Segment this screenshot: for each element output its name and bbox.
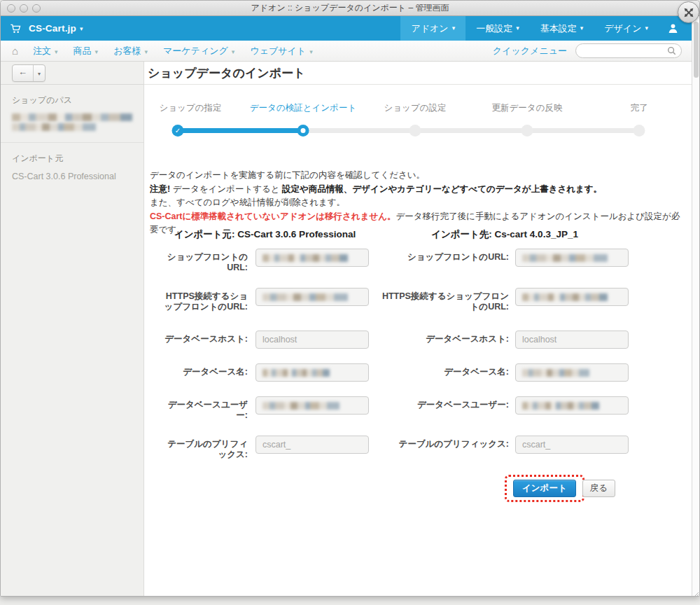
import-source-label: インポート元 — [12, 153, 132, 165]
step-label-4: 更新データの反映 — [492, 102, 563, 114]
redacted-value — [522, 369, 589, 377]
vertical-scrollbar[interactable] — [692, 16, 699, 596]
back-button[interactable]: ← — [13, 65, 33, 81]
nav-item-products[interactable]: 商品 — [66, 45, 106, 57]
redacted-value — [522, 254, 608, 262]
resize-grip[interactable] — [692, 588, 699, 595]
form-row-table-prefix: テーブルのプリフィックス: cscart_ テーブルのプリフィックス: csca… — [150, 436, 686, 460]
step-dot-done: ✓ — [172, 125, 184, 137]
form-row-https-url: HTTPS接続するショップフロントのURL: HTTPS接続するショップフロント… — [150, 288, 686, 312]
back-split-button: ← ▾ — [12, 64, 46, 82]
page-title: ショップデータのインポート — [148, 65, 305, 81]
nav-item-general-settings[interactable]: 一般設定 — [465, 16, 530, 41]
back-dropdown-caret[interactable]: ▾ — [33, 65, 45, 81]
window-titlebar: アドオン :: ショップデータのインポート – 管理画面 — [1, 1, 699, 16]
step-dot-current — [298, 125, 309, 137]
progress-track — [172, 128, 639, 133]
nav-item-design[interactable]: デザイン — [594, 16, 659, 41]
search-box — [575, 43, 682, 58]
form-row-storefront-url: ショップフロントのURL: ショップフロントのURL: — [150, 249, 686, 273]
target-heading: インポート先: Cs-cart 4.0.3_JP_1 — [381, 228, 629, 241]
shop-path-section: ショップのパス — [1, 85, 144, 143]
step-label-5: 完了 — [631, 102, 648, 114]
redacted-value — [262, 369, 330, 377]
expand-arrows-icon — [682, 6, 695, 19]
nav-item-website[interactable]: ウェブサイト — [242, 45, 320, 57]
notice-line-3: また、すべてのログや統計情報が削除されます。 — [150, 196, 682, 210]
notice-line-2: 注意! データをインポートすると 設定や商品情報、デザインやカテゴリーなどすべて… — [150, 183, 682, 197]
redacted-value — [262, 293, 348, 301]
wizard-progress: ショップの指定 データの検証とインポート ショップの設定 更新データの反映 完了… — [150, 100, 686, 144]
progress-done-segment — [172, 128, 302, 133]
form-row-db-host: データベースホスト: localhost データベースホスト: localhos… — [150, 331, 686, 349]
redacted-value — [522, 293, 608, 301]
nav-item-marketing[interactable]: マーケティング — [155, 45, 242, 57]
shop-path-redacted — [12, 113, 132, 121]
shop-path-redacted-2 — [12, 123, 96, 131]
source-https-url-field[interactable] — [255, 288, 369, 306]
notice-line-1: データのインポートを実施する前に下記の内容を確認してください。 — [150, 169, 682, 183]
scrollbar-thumb[interactable] — [694, 22, 699, 78]
target-db-user-field[interactable] — [515, 396, 629, 415]
step-label-3: ショップの設定 — [384, 102, 447, 114]
redacted-value — [522, 402, 599, 410]
form-row-db-user: データベースユーザー: データベースユーザー: — [150, 396, 686, 421]
annotation-highlight-box: インポート — [505, 475, 584, 502]
form-row-db-name: データベース名: データベース名: — [150, 363, 686, 382]
step-label-1: ショップの指定 — [160, 102, 222, 114]
import-source-section: インポート元 CS-Cart 3.0.6 Professional — [1, 143, 144, 193]
source-db-host-field[interactable]: localhost — [255, 331, 369, 349]
source-heading: インポート元: CS-Cart 3.0.6 Professional — [161, 228, 369, 241]
secondary-nav: ⌂ 注文 商品 お客様 マーケティング ウェブサイト クイックメニュー — [1, 41, 692, 62]
nav-item-addons[interactable]: アドオン — [400, 16, 465, 41]
target-db-name-field[interactable] — [515, 363, 629, 382]
redacted-value — [262, 402, 340, 410]
quick-menu-link[interactable]: クイックメニュー — [493, 45, 567, 57]
nav-item-basic-settings[interactable]: 基本設定 — [530, 16, 594, 41]
search-icon[interactable] — [667, 46, 676, 57]
target-db-host-field[interactable]: localhost — [515, 331, 629, 349]
nav-item-orders[interactable]: 注文 — [25, 45, 66, 57]
user-icon — [667, 22, 679, 34]
target-table-prefix-field[interactable]: cscart_ — [515, 436, 629, 454]
target-storefront-url-field[interactable] — [515, 249, 629, 267]
step-dot-pending-1 — [410, 125, 421, 137]
import-button[interactable]: インポート — [513, 480, 576, 497]
step-dot-pending-2 — [522, 125, 533, 137]
source-storefront-url-field[interactable] — [255, 249, 369, 267]
back-button-form[interactable]: 戻る — [582, 480, 615, 497]
expand-badge[interactable] — [678, 1, 699, 23]
import-notice: データのインポートを実施する前に下記の内容を確認してください。 注意! データを… — [150, 169, 682, 237]
home-icon[interactable]: ⌂ — [12, 45, 18, 57]
browser-window: アドオン :: ショップデータのインポート – 管理画面 CS-Cart.jp … — [0, 0, 700, 597]
source-table-prefix-field[interactable]: cscart_ — [255, 436, 369, 454]
step-label-2: データの検証とインポート — [250, 102, 356, 114]
redacted-value — [262, 254, 348, 262]
nav-item-customers[interactable]: お客様 — [106, 45, 155, 57]
main-content: ショップデータのインポート ショップの指定 データの検証とインポート ショップの… — [144, 62, 692, 596]
search-input[interactable] — [575, 43, 682, 58]
window-title: アドオン :: ショップデータのインポート – 管理画面 — [1, 2, 699, 14]
import-source-value: CS-Cart 3.0.6 Professional — [12, 172, 132, 181]
admin-navbar: CS-Cart.jp アドオン 一般設定 基本設定 デザイン — [1, 16, 692, 41]
import-form: インポート元: CS-Cart 3.0.6 Professional インポート… — [150, 228, 686, 502]
shop-path-label: ショップのパス — [12, 95, 132, 106]
source-db-name-field[interactable] — [255, 363, 369, 382]
source-db-user-field[interactable] — [255, 396, 369, 415]
sidebar: ← ▾ ショップのパス インポート元 CS-Cart 3.0.6 Profess… — [1, 62, 144, 596]
brand-menu[interactable]: CS-Cart.jp — [29, 23, 83, 34]
step-dot-pending-3 — [634, 125, 645, 137]
target-https-url-field[interactable] — [515, 288, 629, 306]
cart-icon — [10, 23, 22, 34]
